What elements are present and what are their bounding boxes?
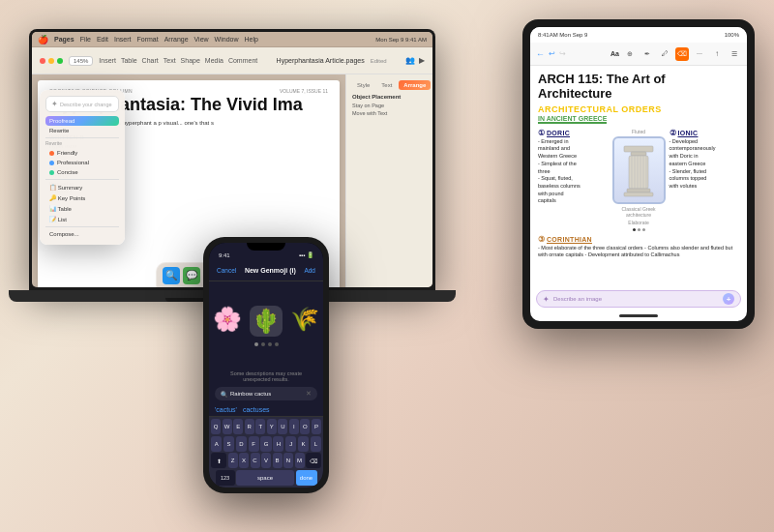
doric-section: ① DORIC - Emerged inmainland andWestern … [538,129,609,231]
key-k[interactable]: K [298,436,309,452]
emoji-search-clear-btn[interactable]: ✕ [306,390,312,398]
ipad-aa-btn[interactable]: Aa [610,50,619,57]
ipad-screen: 8:41AM Mon Sep 9 100% ← ↩ ↪ Aa ⊕ ✒ 🖊 ⌫ ·… [530,27,747,321]
emoji-add-btn[interactable]: Add [304,267,315,274]
describe-image-input[interactable]: ✦ Describe an image + [536,290,741,308]
key-b[interactable]: B [273,453,283,468]
search-glass-icon: 🔍 [221,391,227,398]
emoji-header: Cancel New Genmoji (i) Add [209,260,323,281]
key-j[interactable]: J [285,436,296,452]
ipad-lasso-icon[interactable]: ⊕ [623,47,637,61]
key-p[interactable]: P [312,419,321,434]
key-n[interactable]: N [283,453,293,468]
key-u[interactable]: U [278,419,287,434]
key-s[interactable]: S [223,436,234,452]
dock-messages[interactable]: 💬 [183,267,200,284]
menu-file[interactable]: File [80,36,91,43]
arch-heading: ARCHITECTURAL ORDERS [538,104,739,115]
key-l[interactable]: L [311,436,321,452]
key-c[interactable]: C [251,453,260,468]
sidebar-move-with-text[interactable]: Move with Text [352,109,427,117]
menu-window[interactable]: Window [215,36,239,43]
ipad-toolbar: ← ↩ ↪ Aa ⊕ ✒ 🖊 ⌫ ··· ↑ ☰ [530,43,747,66]
ipad-more-icon[interactable]: ··· [693,47,706,61]
menu-pages[interactable]: Pages [54,36,74,43]
wt-proofread[interactable]: Proofread [45,116,119,126]
toolbar-table[interactable]: Table [121,57,137,64]
writing-tools-input[interactable]: ✦ Describe your change [45,96,119,112]
key-w[interactable]: W [223,419,232,434]
wt-friendly[interactable]: Friendly [45,148,119,158]
emoji-sheaf[interactable]: 🌾 [290,306,319,337]
ipad-undo2-btn[interactable]: ↪ [559,49,566,58]
wt-rewrite[interactable]: Rewrite [45,126,119,135]
key-d[interactable]: D [236,436,247,452]
menu-insert[interactable]: Insert [114,36,132,43]
key-h[interactable]: H [273,436,283,452]
toolbar-media[interactable]: Media [205,57,223,64]
key-q[interactable]: Q [211,419,221,434]
ipad-eraser-icon[interactable]: ⌫ [675,47,689,61]
ipad-share-icon[interactable]: ↑ [710,47,724,61]
key-g[interactable]: G [260,436,271,452]
key-done[interactable]: done [296,470,317,486]
toolbar-text[interactable]: Text [164,57,176,64]
wt-table[interactable]: 📊 Table [45,203,119,214]
emoji-search-bar[interactable]: 🔍 Rainbow cactus ✕ [209,384,323,403]
ipad-highlighter-icon[interactable]: 🖊 [658,47,671,61]
wt-compose[interactable]: Compose... [45,229,119,239]
collaborate-icon[interactable]: 👥 [405,56,415,65]
key-z[interactable]: Z [228,453,238,468]
menu-edit[interactable]: Edit [97,36,108,43]
wt-summary[interactable]: 📋 Summary [45,182,119,192]
toolbar-chart[interactable]: Chart [142,57,159,64]
menu-help[interactable]: Help [245,36,258,43]
ipad-menu-icon[interactable]: ☰ [728,47,741,61]
key-i[interactable]: I [289,419,299,434]
emoji-cactus[interactable]: 🌵 [250,306,283,337]
key-m[interactable]: M [295,453,305,468]
play-icon[interactable]: ▶ [419,56,425,65]
key-shift[interactable]: ⬆ [211,453,226,468]
emoji-cherry-blossom[interactable]: 🌸 [213,306,242,337]
key-v[interactable]: V [261,453,271,468]
tab-text[interactable]: Text [376,80,397,90]
menu-view[interactable]: View [194,36,209,43]
wt-keypoints[interactable]: 🔑 Key Points [45,192,119,203]
menu-arrange[interactable]: Arrange [164,36,189,43]
describe-plus-button[interactable]: + [723,293,734,305]
key-space[interactable]: space [236,470,294,486]
key-o[interactable]: O [300,419,310,434]
zoom-level[interactable]: 145% [69,56,93,66]
wt-concise[interactable]: Concise [45,167,119,177]
wt-list[interactable]: 📝 List [45,214,119,224]
key-y[interactable]: Y [267,419,277,434]
dock-finder[interactable]: 🔍 [163,267,180,284]
wt-professional[interactable]: Professional [45,158,119,167]
emoji-cancel-btn[interactable]: Cancel [217,267,236,274]
tab-arrange[interactable]: Arrange [399,80,431,90]
ipad-pen-icon[interactable]: ✒ [640,47,654,61]
key-x[interactable]: X [239,453,249,468]
key-backspace[interactable]: ⌫ [306,453,321,468]
toolbar-shape[interactable]: Shape [181,57,200,64]
writing-tools-popup: ✦ Describe your change Proofread Rewrite… [40,90,125,245]
toolbar-insert[interactable]: Insert [99,57,116,64]
menu-format[interactable]: Format [136,36,158,43]
key-r[interactable]: R [245,419,254,434]
tab-style[interactable]: Style [352,80,374,90]
key-123[interactable]: 123 [216,470,235,486]
classical-label: Classical Greekarchitecture [621,206,655,218]
key-e[interactable]: E [233,419,243,434]
apple-menu-icon[interactable]: 🍎 [38,35,48,44]
emoji-suggestion-cactus[interactable]: 'cactus' [215,406,237,413]
ipad-undo-btn[interactable]: ↩ [549,49,555,58]
sidebar-stay-on-page[interactable]: Stay on Page [352,102,427,109]
emoji-suggestion-cactuses[interactable]: cactuses [243,406,270,413]
keyboard-row-1: Q W E R T Y U I O P [211,419,321,434]
toolbar-comment[interactable]: Comment [228,57,257,64]
key-a[interactable]: A [211,436,222,452]
key-t[interactable]: T [255,419,265,434]
ipad-back-btn[interactable]: ← [536,49,545,59]
key-f[interactable]: F [249,436,259,452]
